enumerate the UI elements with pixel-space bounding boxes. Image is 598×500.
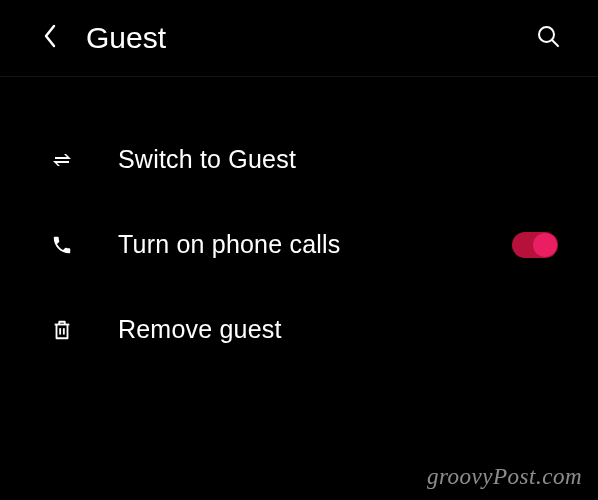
back-button[interactable] [30,18,70,58]
swap-arrows-icon [48,146,76,174]
search-icon [536,24,560,52]
list-item-label: Switch to Guest [118,145,558,174]
header: Guest [0,0,598,77]
switch-to-guest-row[interactable]: Switch to Guest [0,117,598,202]
phone-icon [48,231,76,259]
list-item-label: Turn on phone calls [118,230,512,259]
page-title: Guest [86,21,528,55]
settings-list: Switch to Guest Turn on phone calls Remo… [0,77,598,372]
svg-line-1 [552,40,558,46]
phone-calls-row[interactable]: Turn on phone calls [0,202,598,287]
phone-calls-toggle[interactable] [512,232,558,258]
toggle-knob [533,233,557,257]
watermark: groovyPost.com [427,464,582,490]
trash-icon [48,316,76,344]
remove-guest-row[interactable]: Remove guest [0,287,598,372]
chevron-left-icon [43,24,57,52]
search-button[interactable] [528,18,568,58]
list-item-label: Remove guest [118,315,558,344]
